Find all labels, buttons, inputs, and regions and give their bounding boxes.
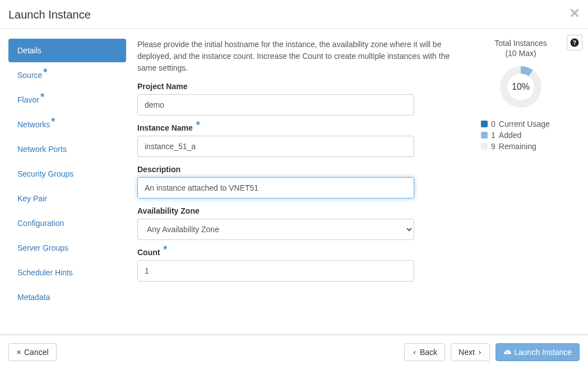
legend-swatch-added bbox=[481, 132, 488, 139]
sidebar-item-label: Details bbox=[17, 46, 41, 55]
launch-instance-modal: ✕ ? Launch Instance DetailsSource*Flavor… bbox=[0, 0, 588, 369]
sidebar-item-label: Key Pair bbox=[17, 194, 47, 203]
sidebar-item-label: Source bbox=[17, 71, 42, 80]
modal-title: Launch Instance bbox=[8, 8, 580, 21]
sidebar-item-label: Metadata bbox=[17, 293, 50, 302]
legend-added: 1 Added bbox=[481, 131, 580, 140]
intro-text: Please provide the initial hostname for … bbox=[137, 39, 451, 74]
required-marker: * bbox=[196, 119, 200, 131]
next-button-label: Next bbox=[459, 348, 475, 357]
quota-percent: 10% bbox=[512, 82, 530, 92]
sidebar-item-scheduler-hints[interactable]: Scheduler Hints bbox=[8, 261, 126, 284]
quota-donut: 10% bbox=[498, 64, 543, 109]
count-input[interactable] bbox=[137, 260, 414, 282]
next-button[interactable]: Next › bbox=[451, 343, 490, 361]
project-name-label-text: Project Name bbox=[137, 82, 187, 91]
sidebar-item-details[interactable]: Details bbox=[8, 39, 126, 62]
sidebar-item-label: Security Groups bbox=[17, 169, 73, 178]
legend-added-count: 1 bbox=[491, 131, 496, 140]
sidebar-item-label: Server Groups bbox=[17, 243, 68, 252]
sidebar-item-key-pair[interactable]: Key Pair bbox=[8, 187, 126, 210]
svg-text:?: ? bbox=[573, 39, 576, 46]
count-label-text: Count bbox=[137, 248, 160, 257]
sidebar-item-metadata[interactable]: Metadata bbox=[8, 285, 126, 309]
quota-legend: 0 Current Usage 1 Added 9 Remaining bbox=[462, 119, 580, 151]
field-availability-zone: Availability Zone Any Availability Zone bbox=[137, 206, 451, 240]
sidebar-item-source[interactable]: Source* bbox=[8, 63, 126, 87]
sidebar-item-networks[interactable]: Networks* bbox=[8, 113, 126, 136]
description-input[interactable] bbox=[137, 177, 414, 199]
required-marker: * bbox=[40, 91, 44, 103]
modal-body: DetailsSource*Flavor*Networks*Network Po… bbox=[0, 29, 588, 334]
availability-zone-label-text: Availability Zone bbox=[137, 206, 200, 215]
instance-name-label: Instance Name * bbox=[137, 123, 451, 132]
details-form: Please provide the initial hostname for … bbox=[137, 39, 462, 323]
sidebar-item-configuration[interactable]: Configuration bbox=[8, 211, 126, 235]
help-button[interactable]: ? bbox=[567, 35, 582, 50]
sidebar-item-label: Networks bbox=[17, 120, 50, 129]
legend-current-label: Current Usage bbox=[499, 119, 550, 128]
legend-remaining: 9 Remaining bbox=[481, 142, 580, 151]
close-icon[interactable]: ✕ bbox=[569, 6, 580, 21]
back-button-label: Back bbox=[420, 348, 437, 357]
description-label: Description bbox=[137, 165, 451, 174]
field-description: Description bbox=[137, 165, 451, 199]
legend-current-count: 0 bbox=[491, 119, 496, 128]
sidebar-item-security-groups[interactable]: Security Groups bbox=[8, 162, 126, 186]
project-name-input[interactable] bbox=[137, 94, 414, 116]
quota-title: Total Instances bbox=[462, 39, 580, 48]
sidebar-item-label: Configuration bbox=[17, 219, 64, 228]
legend-swatch-current bbox=[481, 121, 488, 127]
chevron-right-icon: › bbox=[478, 348, 482, 357]
legend-swatch-remaining bbox=[481, 143, 488, 150]
sidebar-item-label: Flavor bbox=[17, 95, 39, 104]
legend-remaining-label: Remaining bbox=[499, 142, 536, 151]
sidebar-item-network-ports[interactable]: Network Ports bbox=[8, 137, 126, 161]
availability-zone-select[interactable]: Any Availability Zone bbox=[137, 219, 414, 240]
count-label: Count * bbox=[137, 248, 451, 257]
instance-name-label-text: Instance Name bbox=[137, 123, 193, 132]
sidebar-item-label: Network Ports bbox=[17, 145, 67, 154]
close-icon: ✕ bbox=[16, 349, 21, 356]
sidebar-item-flavor[interactable]: Flavor* bbox=[8, 88, 126, 112]
field-instance-name: Instance Name * bbox=[137, 123, 451, 157]
required-marker: * bbox=[43, 67, 47, 78]
cancel-button-label: Cancel bbox=[24, 348, 49, 357]
project-name-label: Project Name bbox=[137, 82, 451, 91]
launch-instance-button[interactable]: Launch Instance bbox=[496, 343, 580, 361]
field-count: Count * bbox=[137, 248, 451, 282]
cancel-button[interactable]: ✕ Cancel bbox=[8, 343, 57, 361]
help-icon: ? bbox=[570, 38, 580, 48]
legend-remaining-count: 9 bbox=[491, 142, 496, 151]
back-button[interactable]: ‹ Back bbox=[404, 343, 445, 361]
quota-subtitle: (10 Max) bbox=[462, 49, 580, 58]
required-marker: * bbox=[51, 116, 55, 127]
quota-panel: Total Instances (10 Max) 10% 0 Current U… bbox=[462, 39, 580, 323]
launch-button-label: Launch Instance bbox=[514, 348, 572, 357]
cloud-upload-icon bbox=[503, 348, 511, 356]
legend-current-usage: 0 Current Usage bbox=[481, 119, 580, 128]
legend-added-label: Added bbox=[499, 131, 521, 140]
sidebar-item-label: Scheduler Hints bbox=[17, 268, 73, 277]
availability-zone-label: Availability Zone bbox=[137, 206, 451, 215]
modal-header: Launch Instance bbox=[0, 0, 588, 28]
wizard-sidebar: DetailsSource*Flavor*Networks*Network Po… bbox=[8, 39, 137, 323]
field-project-name: Project Name bbox=[137, 82, 451, 116]
chevron-left-icon: ‹ bbox=[412, 348, 416, 357]
required-marker: * bbox=[163, 244, 167, 255]
instance-name-input[interactable] bbox=[137, 136, 414, 157]
modal-footer: ✕ Cancel ‹ Back Next › Launch Instance bbox=[0, 335, 588, 369]
sidebar-item-server-groups[interactable]: Server Groups bbox=[8, 236, 126, 260]
description-label-text: Description bbox=[137, 165, 180, 174]
footer-right-group: ‹ Back Next › Launch Instance bbox=[404, 343, 580, 361]
